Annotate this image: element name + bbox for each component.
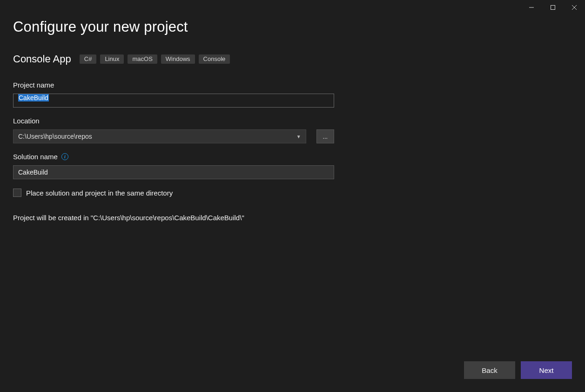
tag: Console (199, 54, 230, 64)
chevron-down-icon: ▼ (296, 134, 301, 139)
maximize-icon (550, 5, 556, 10)
project-name-label: Project name (13, 81, 334, 89)
tag: macOS (128, 54, 157, 64)
next-button[interactable]: Next (521, 361, 572, 379)
close-button[interactable] (564, 0, 585, 15)
close-icon (572, 5, 577, 10)
solution-name-value: CakeBuild (18, 169, 48, 176)
project-path-summary: Project will be created in "C:\Users\hp\… (13, 214, 572, 222)
same-directory-label: Place solution and project in the same d… (26, 189, 173, 197)
location-value: C:\Users\hp\source\repos (18, 133, 92, 140)
solution-name-input[interactable]: CakeBuild (13, 165, 334, 179)
minimize-icon (529, 5, 534, 10)
location-combobox[interactable]: C:\Users\hp\source\repos ▼ (13, 129, 306, 143)
project-name-input[interactable]: CakeBuild (13, 94, 334, 108)
template-info-row: Console App C# Linux macOS Windows Conso… (13, 53, 572, 65)
page-title: Configure your new project (13, 19, 572, 35)
minimize-button[interactable] (521, 0, 542, 15)
tag: C# (80, 54, 97, 64)
template-name: Console App (13, 53, 71, 65)
tag: Windows (161, 54, 195, 64)
dialog-footer: Back Next (464, 361, 572, 379)
template-tags: C# Linux macOS Windows Console (80, 54, 230, 64)
window-titlebar (521, 0, 585, 15)
same-directory-checkbox[interactable] (13, 189, 21, 197)
tag: Linux (100, 54, 124, 64)
info-icon[interactable]: i (61, 153, 68, 160)
svg-rect-1 (551, 6, 555, 10)
maximize-button[interactable] (542, 0, 564, 15)
project-name-value: CakeBuild (18, 94, 49, 101)
browse-location-button[interactable]: ... (316, 129, 334, 143)
back-button[interactable]: Back (464, 361, 515, 379)
solution-name-label: Solution name i (13, 153, 334, 161)
location-label: Location (13, 117, 334, 125)
